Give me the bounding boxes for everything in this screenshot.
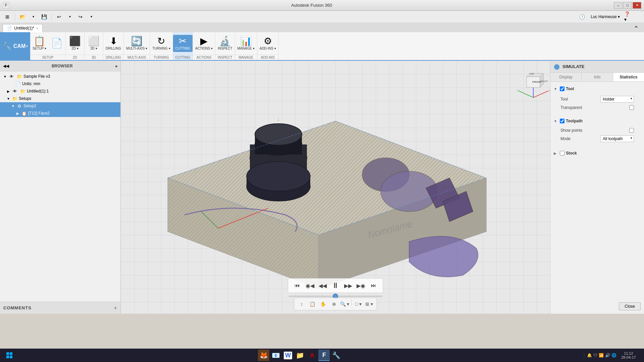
notif-icon[interactable]: 🔔 <box>587 353 592 358</box>
3d-button[interactable]: ⬜ 3D ▾ <box>85 35 103 52</box>
browser-tree: ▼ 👁 📁 Sample File v3 📄 Units: mm ▶ 👁 📁 U… <box>0 71 120 302</box>
show-points-prop-row: Show points <box>560 127 634 134</box>
volume-icon[interactable]: 🔊 <box>605 353 610 358</box>
taskbar-fusion[interactable]: F <box>318 350 330 361</box>
sim-panel-icon: ⬤ <box>554 63 560 70</box>
redo-dropdown-button[interactable]: ▾ <box>87 12 96 21</box>
inspect-button[interactable]: 🔬 INSPECT <box>215 35 234 52</box>
mode-prop-row: Mode All toolpath ▾ <box>560 134 634 143</box>
comments-add-button[interactable]: + <box>114 305 117 311</box>
taskbar-firefox[interactable]: 🦊 <box>258 350 269 361</box>
taskbar-explorer[interactable]: 📁 <box>294 350 306 361</box>
taskbar-acrobat[interactable]: A <box>306 350 318 361</box>
svg-rect-41 <box>10 352 12 355</box>
tree-item-setups[interactable]: ▼ 📁 Setups <box>0 95 120 102</box>
sim-progress-slider[interactable] <box>288 296 382 297</box>
setup-section-name: SETUP <box>30 55 65 60</box>
eye-icon-2: 👁 <box>12 88 18 94</box>
stock-section-header[interactable]: ▶ Stock <box>554 149 641 157</box>
main-area: ◀◀ BROWSER ● ▼ 👁 📁 Sample File v3 📄 Unit… <box>0 61 644 314</box>
save-button[interactable]: 💾 <box>39 12 49 21</box>
add-ins-button[interactable]: ⚙ ADD-INS ▾ <box>257 35 278 52</box>
3d-section-name: 3D <box>85 55 103 60</box>
move-button[interactable]: ↕ <box>297 299 307 309</box>
grid-button[interactable]: ⊞ ▾ <box>365 299 374 309</box>
sim-step-back-button[interactable]: ◉◀ <box>305 281 315 291</box>
measure-button[interactable]: ⊕ <box>329 299 339 309</box>
start-button[interactable] <box>3 349 16 362</box>
transparent-checkbox[interactable] <box>629 105 634 110</box>
cam-dropdown-arrow: ▾ <box>26 44 28 48</box>
viewport-3d: Nomolame <box>121 61 550 314</box>
maximize-button[interactable]: □ <box>623 2 632 9</box>
undo-button[interactable]: ↩ <box>54 12 64 21</box>
grid-menu-button[interactable]: ⊞ <box>3 12 12 21</box>
tool-dropdown[interactable]: Holder ▾ <box>600 96 634 103</box>
multi-axis-label: MULTI-AXIS ▾ <box>126 47 147 50</box>
open-button[interactable]: 📂 <box>18 12 27 21</box>
browser-header: ◀◀ BROWSER ● <box>0 61 120 71</box>
tree-label-3: Setups <box>19 96 31 101</box>
tab-info[interactable]: Info <box>582 73 613 81</box>
2d-button[interactable]: ⬛ 2D ▾ <box>66 35 84 52</box>
zoom-button[interactable]: 🔍 ▾ <box>340 299 350 309</box>
sim-step-forward-button[interactable]: ▶◉ <box>356 281 366 291</box>
active-tab[interactable]: 📄 Untitled(1)* × <box>3 24 43 32</box>
tab-close-button[interactable]: × <box>36 26 38 30</box>
tree-item-untitled[interactable]: ▶ 👁 📁 Untitled(1):1 <box>0 87 120 95</box>
pan-button[interactable]: ✋ <box>319 299 328 309</box>
setup-item2[interactable]: 📄 <box>49 37 65 50</box>
close-button[interactable]: Close <box>619 302 641 310</box>
undo-dropdown-button[interactable]: ▾ <box>65 12 74 21</box>
taskbar: 🦊 📧 W 📁 A F 🔧 🔔 🛡 📶 🔊 🌐 11:12 <box>0 349 644 362</box>
minimize-button[interactable]: – <box>614 2 623 9</box>
cam-icon: 🔧 <box>2 42 11 51</box>
cutting-button[interactable]: ✂ CUTTING <box>173 35 193 52</box>
help-button[interactable]: ❓ ▾ <box>624 12 633 21</box>
taskbar-word[interactable]: W <box>282 350 293 361</box>
tree-item-face2[interactable]: ▶ 📋 [T12] Face2 <box>0 110 120 117</box>
tree-item-sample-file[interactable]: ▼ 👁 📁 Sample File v3 <box>0 73 120 80</box>
mode-dropdown[interactable]: All toolpath ▾ <box>600 135 634 142</box>
taskbar-redapp[interactable]: 🔧 <box>330 350 342 361</box>
taskbar-email[interactable]: 📧 <box>270 350 281 361</box>
setup-button[interactable]: 📋 SETUP ▾ <box>30 35 49 52</box>
browser-collapse-button[interactable]: ● <box>115 63 118 69</box>
manage-button[interactable]: 📊 MANAGE ▾ <box>235 35 257 52</box>
tool-section-checkbox[interactable] <box>560 86 565 91</box>
turning-button[interactable]: ↻ TURNING ▾ <box>150 35 172 52</box>
sim-to-end-button[interactable]: ⏭ <box>369 281 379 291</box>
close-button[interactable]: ✕ <box>633 2 641 9</box>
taskbar-center: 🦊 📧 W 📁 A F 🔧 <box>258 350 342 361</box>
sim-to-start-button[interactable]: ⏮ <box>292 281 302 291</box>
toolpath-section-content: Show points Mode All toolpath ▾ <box>554 125 641 145</box>
toolpath-section-checkbox[interactable] <box>560 119 565 123</box>
nav-back-button[interactable]: ◀◀ <box>3 63 9 69</box>
tab-statistics[interactable]: Statistics <box>613 73 644 81</box>
tree-label-2: Untitled(1):1 <box>27 89 49 94</box>
sim-rewind-button[interactable]: ◀◀ <box>318 281 328 291</box>
stock-section-checkbox[interactable] <box>560 151 565 156</box>
add-ins-section: ⚙ ADD-INS ▾ ADD-INS <box>257 32 279 60</box>
drilling-button[interactable]: ⬇ DRILLING <box>103 35 123 52</box>
clipboard-button[interactable]: 📋 <box>308 299 317 309</box>
tree-item-setup2[interactable]: ▼ ⚙ Setup2 <box>0 102 120 110</box>
tree-item-units[interactable]: 📄 Units: mm <box>0 80 120 87</box>
viewport[interactable]: Nomolame X Y Z <box>121 61 550 314</box>
view-mode-button[interactable]: □ ▾ <box>354 299 363 309</box>
view-cube[interactable]: X Y Z FRONT TOP RIGHT <box>517 67 543 94</box>
sim-pause-button[interactable]: ⏸ <box>330 281 340 291</box>
multi-axis-button[interactable]: 🔄 MULTI-AXIS ▾ <box>124 35 150 52</box>
open-dropdown-button[interactable]: ▾ <box>29 12 38 21</box>
svg-text:X: X <box>549 89 550 92</box>
cam-button[interactable]: 🔧 CAM ▾ <box>0 32 30 60</box>
actions-label: ACTIONS ▾ <box>195 47 213 50</box>
redo-button[interactable]: ↪ <box>76 12 85 21</box>
sim-forward-button[interactable]: ▶▶ <box>343 281 353 291</box>
actions-button[interactable]: ▶ ACTIONS ▾ <box>193 35 215 52</box>
expand-button[interactable]: ⌃ <box>631 25 641 32</box>
toolpath-section-header[interactable]: ▼ Toolpath <box>554 117 641 125</box>
tab-display[interactable]: Display <box>550 73 582 81</box>
show-points-checkbox[interactable] <box>629 128 634 133</box>
tool-section-header[interactable]: ▼ Tool <box>554 85 641 93</box>
